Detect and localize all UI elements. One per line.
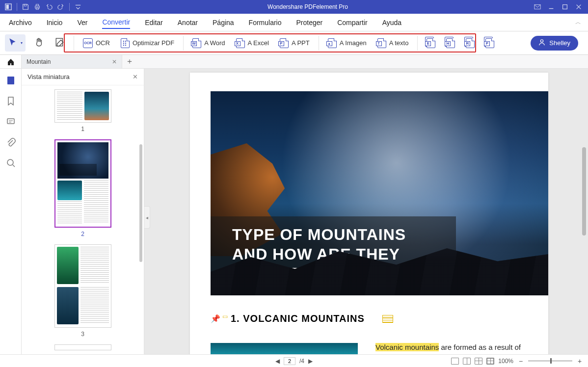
canvas-scrollbar[interactable] [582, 147, 586, 236]
new-tab-button[interactable]: ＋ [122, 55, 137, 68]
svg-rect-1 [6, 5, 9, 9]
to-ppt-button[interactable]: P A PPT [278, 36, 312, 50]
to-word-label: A Word [204, 39, 225, 47]
menu-archivo[interactable]: Archivo [9, 17, 32, 28]
zoom-value: 100% [498, 358, 513, 365]
to-excel-button[interactable]: X A Excel [234, 36, 271, 50]
menu-proteger[interactable]: Proteger [296, 17, 323, 28]
batch-r-button[interactable]: R [464, 36, 477, 50]
document-tab-label: Mountain [27, 58, 51, 65]
image-icon: ▲ [328, 38, 337, 48]
thumbnails-panel-icon[interactable] [6, 76, 16, 85]
hero-title-box: TYPE OF MOUNTAINS AND HOW ARE THEY FORME… [211, 216, 456, 295]
thumbnail-scrollbar[interactable] [139, 144, 142, 262]
document-canvas[interactable]: TYPE OF MOUNTAINS AND HOW ARE THEY FORME… [150, 69, 588, 354]
to-excel-label: A Excel [248, 39, 269, 47]
quick-access-dropdown-icon[interactable] [75, 3, 81, 10]
menu-anotar[interactable]: Anotar [178, 17, 198, 28]
menu-compartir[interactable]: Compartir [337, 17, 367, 28]
excel-icon: X [236, 38, 245, 48]
page-number-input[interactable] [284, 357, 295, 365]
user-name: Shelley [549, 39, 570, 47]
maximize-icon[interactable] [561, 3, 568, 10]
thumbnail-page-3[interactable]: 3 [22, 244, 144, 338]
prev-page-icon[interactable]: ◀ [275, 358, 280, 365]
document-tab[interactable]: Mountain ✕ [22, 55, 122, 68]
save-icon[interactable] [22, 3, 29, 10]
user-account-button[interactable]: Shelley [531, 36, 578, 51]
svg-rect-7 [563, 5, 567, 9]
search-panel-icon[interactable] [6, 158, 16, 168]
zoom-slider[interactable] [528, 360, 572, 362]
title-bar: Wondershare PDFelement Pro [0, 0, 588, 14]
ocr-button[interactable]: OCR [81, 36, 112, 50]
menu-formulario[interactable]: Formulario [249, 17, 282, 28]
section-heading: 📌 ▭ 1. VOLCANIC MOUNTAINS [211, 313, 548, 324]
undo-icon[interactable] [46, 3, 53, 10]
zoom-out-button[interactable]: − [517, 358, 524, 365]
print-icon[interactable] [34, 3, 41, 10]
cursor-icon [8, 37, 18, 49]
minimize-icon[interactable] [548, 3, 555, 10]
menu-convertir[interactable]: Convertir [102, 16, 130, 29]
edit-tool[interactable] [53, 35, 67, 51]
thumbnail-page-2[interactable]: 2 [22, 139, 144, 237]
batch-h-button[interactable]: H [444, 36, 457, 50]
menu-pagina[interactable]: Página [213, 17, 234, 28]
thumbnail-title: Vista miniatura [27, 73, 70, 80]
thumbnail-list[interactable]: 1 2 3 [22, 85, 144, 354]
next-page-icon[interactable]: ▶ [308, 358, 313, 365]
view-two-page-continuous-icon[interactable] [486, 358, 494, 365]
to-text-button[interactable]: T A texto [375, 36, 411, 50]
optimize-label: Optimizar PDF [133, 39, 174, 47]
text-icon: T [377, 38, 386, 48]
ocr-icon [83, 38, 93, 48]
batch-e-button[interactable]: E [425, 36, 437, 50]
thumbnail-page-4[interactable] [22, 344, 144, 350]
menu-inicio[interactable]: Inicio [47, 17, 63, 28]
redo-icon[interactable] [57, 3, 64, 10]
comments-panel-icon[interactable] [6, 117, 16, 127]
thumbnail-page-1[interactable]: 1 [22, 89, 144, 132]
body-paragraph: Volcanic mountains are formed as a resul… [375, 343, 528, 351]
to-word-button[interactable]: W A Word [190, 36, 227, 50]
menu-editar[interactable]: Editar [145, 17, 163, 28]
menu-ver[interactable]: Ver [77, 17, 87, 28]
svg-point-9 [541, 40, 543, 42]
user-icon [538, 39, 545, 47]
separator [74, 36, 74, 51]
app-logo-icon [5, 3, 12, 10]
attachments-panel-icon[interactable] [6, 137, 16, 147]
close-panel-icon[interactable]: ✕ [133, 73, 138, 80]
home-tab[interactable] [0, 55, 22, 68]
view-two-page-icon[interactable] [475, 358, 482, 365]
menu-ayuda[interactable]: Ayuda [382, 17, 401, 28]
to-image-button[interactable]: ▲ A Imagen [326, 36, 369, 50]
zoom-in-button[interactable]: + [576, 358, 583, 365]
mail-icon[interactable] [534, 3, 541, 10]
view-continuous-icon[interactable] [463, 358, 471, 365]
thumbnail-number: 3 [81, 331, 84, 338]
close-icon[interactable] [575, 3, 582, 10]
menu-bar: Archivo Inicio Ver Convertir Editar Anot… [0, 14, 588, 31]
batch-p-button[interactable]: P [483, 36, 496, 50]
batch-h-icon: H [446, 38, 455, 48]
collapse-ribbon-icon[interactable]: ︿ [575, 18, 581, 26]
pdf-page: TYPE OF MOUNTAINS AND HOW ARE THEY FORME… [190, 73, 548, 354]
sticky-note-icon[interactable] [382, 315, 393, 323]
note-flag-icon[interactable]: ▭ [222, 313, 228, 320]
svg-rect-11 [7, 119, 14, 124]
collapse-panel-button[interactable]: ◂ [144, 206, 150, 229]
pin-annotation-icon[interactable]: 📌 [211, 314, 220, 323]
close-tab-icon[interactable]: ✕ [112, 58, 117, 65]
optimize-pdf-button[interactable]: Optimizar PDF [119, 36, 176, 50]
batch-p-icon: P [485, 38, 494, 48]
ocr-label: OCR [96, 39, 110, 47]
to-text-label: A texto [389, 39, 409, 47]
select-tool[interactable]: ▾ [5, 34, 26, 52]
thumbnail-number: 1 [81, 126, 84, 132]
hand-tool[interactable] [32, 35, 46, 51]
separator [417, 36, 418, 51]
view-single-icon[interactable] [451, 358, 459, 365]
bookmarks-panel-icon[interactable] [6, 96, 16, 106]
